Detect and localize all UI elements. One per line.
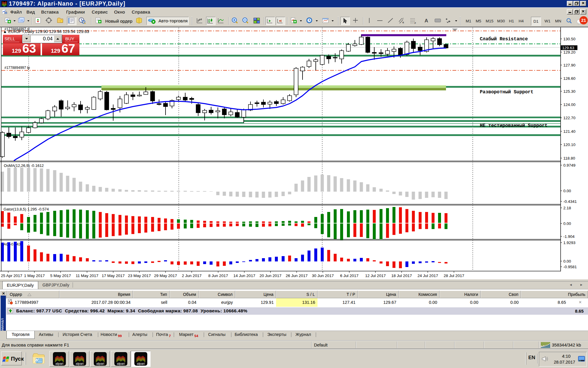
svg-text:alpari: alpari [137,362,145,365]
svg-text:24 Jul 2017: 24 Jul 2017 [417,273,438,278]
svg-text:Gator(13,8,5) 1.295 -0.574: Gator(13,8,5) 1.295 -0.574 [4,207,49,211]
svg-text:26 Jun 2017: 26 Jun 2017 [286,273,308,278]
svg-text:125.30: 125.30 [563,89,575,94]
svg-text:alpari: alpari [96,362,104,365]
svg-text:-1.904: -1.904 [563,234,575,239]
svg-text:12 Jul 2017: 12 Jul 2017 [365,273,386,278]
svg-text:0.9749: 0.9749 [563,163,575,168]
svg-text:18 Jul 2017: 18 Jul 2017 [391,273,412,278]
svg-text:20 Jun 2017: 20 Jun 2017 [260,273,281,278]
svg-text:E: E [402,21,404,24]
svg-text:1.9293: 1.9293 [563,241,575,245]
svg-text:2 Jun 2017: 2 Jun 2017 [182,273,202,278]
svg-text:alpari: alpari [56,362,64,365]
svg-text:0.00: 0.00 [563,221,571,226]
svg-text:8 Jun 2017: 8 Jun 2017 [208,273,228,278]
svg-text:122.70: 122.70 [563,116,575,120]
svg-text:A: A [425,18,428,24]
svg-text:11 May 2017: 11 May 2017 [76,273,98,278]
svg-text:130.50: 130.50 [563,37,575,41]
svg-text:F: F [415,22,416,24]
svg-text:118.80: 118.80 [563,156,575,160]
svg-text:alpari: alpari [117,362,125,365]
svg-text:6 Jul 2017: 6 Jul 2017 [340,273,358,278]
svg-text:-0.4341: -0.4341 [563,199,577,204]
svg-text:AC -0.2438: AC -0.2438 [4,242,23,246]
svg-text:#1778894997 tp: #1778894997 tp [4,66,30,70]
svg-text:121.40: 121.40 [563,129,575,134]
svg-text:▲ EURJPY,Daily 129.90 129.98: ▲ EURJPY,Daily 129.90 129.98 129.54 129.… [3,29,89,34]
svg-text:1 May 2017: 1 May 2017 [24,273,45,278]
svg-text:-0.9581: -0.9581 [563,265,577,269]
svg-text:28 Jul 2017: 28 Jul 2017 [444,273,464,278]
svg-text:30 Jun 2017: 30 Jun 2017 [312,273,334,278]
svg-text:120.10: 120.10 [563,142,575,147]
svg-text:14 Jun 2017: 14 Jun 2017 [233,273,255,278]
svg-text:2.18: 2.18 [563,206,571,210]
svg-text:126.60: 126.60 [563,76,575,81]
svg-text:23 May 2017: 23 May 2017 [128,273,151,278]
svg-text:127.90: 127.90 [563,63,575,67]
svg-text:5 May 2017: 5 May 2017 [50,273,71,278]
svg-text:25 Apr 2017: 25 Apr 2017 [1,273,22,278]
svg-text:OsMA(12,26,9) -0.1612: OsMA(12,26,9) -0.1612 [4,163,44,168]
svg-text:0.00: 0.00 [563,259,571,263]
svg-text:124.00: 124.00 [563,102,575,107]
svg-text:21: 21 [581,18,586,23]
svg-text:Слабый Resistance: Слабый Resistance [480,37,528,42]
svg-text:129.63: 129.63 [562,46,574,50]
svg-text:17 May 2017: 17 May 2017 [102,273,125,278]
svg-text:0.00: 0.00 [563,189,571,193]
svg-text:Разворотный Support: Разворотный Support [480,89,533,95]
svg-text:НЕ тестированный Support: НЕ тестированный Support [480,123,547,128]
svg-text:129.20: 129.20 [563,50,575,54]
svg-text:alpari: alpari [76,362,84,365]
svg-text:29 May 2017: 29 May 2017 [154,273,177,278]
